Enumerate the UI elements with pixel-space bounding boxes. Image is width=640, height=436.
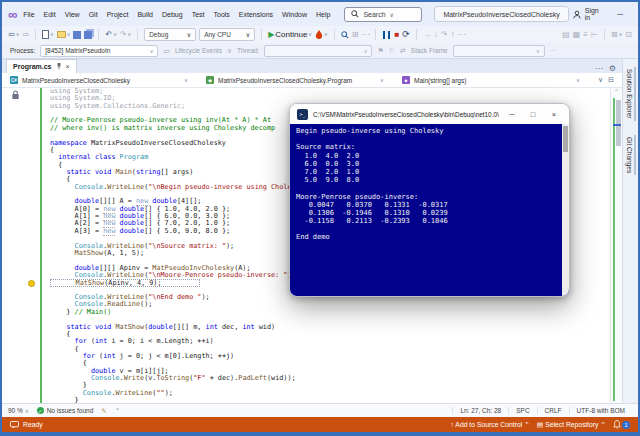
search-box[interactable]: Search ∨	[344, 7, 422, 22]
save-all-button[interactable]	[84, 31, 92, 39]
solution-name-box[interactable]: MatrixPseudoInverseClosedCholesky	[434, 6, 568, 22]
redo-button[interactable]: ↷∨	[120, 31, 131, 39]
breadcrumb-member-dropdown[interactable]: ■ Main(string[] args) ∨	[402, 76, 594, 84]
menu-build[interactable]: Build	[137, 11, 153, 18]
solution-platform-dropdown[interactable]: Any CPU∨	[199, 28, 255, 41]
add-to-source-control-button[interactable]: ↑ Add to Source Control ⌃	[450, 421, 529, 429]
tab-overflow-button[interactable]: ⋯	[595, 64, 603, 73]
menu-edit[interactable]: Edit	[44, 11, 56, 18]
quick-actions-lightbulb-icon[interactable]	[28, 280, 35, 287]
code-cleanup-pen-icon[interactable]: ✎	[101, 407, 106, 415]
console-title-bar[interactable]: >_ C:\VSM\MatrixPseudoInverseClosedChole…	[290, 104, 569, 124]
thread-dropdown[interactable]: ∨	[264, 45, 372, 57]
toggle-threads-icon[interactable]: ⇄	[400, 47, 406, 55]
step-over-button[interactable]: ↷	[441, 31, 448, 39]
breadcrumb-type-dropdown[interactable]: ◆ MatrixPseudoInverseClosedCholesky.Prog…	[206, 76, 398, 84]
code-line[interactable]: Console.WriteLine("");	[50, 390, 610, 397]
breakpoints-window-button[interactable]: ⊠∨	[611, 31, 622, 39]
code-line[interactable]: }	[50, 397, 610, 403]
debugbar-overflow-button[interactable]: ⋯	[550, 47, 557, 55]
menu-view[interactable]: View	[65, 11, 80, 18]
code-line[interactable]: Console.Write(v.ToString("F" + dec).PadL…	[50, 375, 610, 382]
menu-tools[interactable]: Tools	[213, 11, 229, 18]
split-window-icon[interactable]: ⊟	[608, 76, 614, 84]
caret-position[interactable]: Ln: 27, Ch: 28	[452, 407, 508, 414]
solution-configuration-dropdown[interactable]: Debug∨	[144, 28, 196, 41]
window-layout-button[interactable]: ⊞	[352, 31, 359, 39]
settings-gear-icon[interactable]: ⚙	[609, 64, 616, 73]
diagnostics-button[interactable]: ⊡	[625, 31, 632, 39]
console-window[interactable]: >_ C:\VSM\MatrixPseudoInverseClosedChole…	[289, 103, 570, 297]
toolbar-overflow-button[interactable]: ⋯	[361, 31, 369, 39]
console-close-button[interactable]: ×	[546, 110, 562, 119]
code-line[interactable]: MatShow(Apinv, 4, 9);	[50, 279, 200, 286]
debug-overflow-button[interactable]: ⋯	[458, 31, 466, 39]
pin-icon[interactable]	[56, 63, 62, 70]
navigate-backward-button[interactable]: ⇦∨	[8, 31, 19, 39]
undo-button[interactable]: ↶∨	[105, 31, 116, 39]
code-line[interactable]: Console.ReadLine();	[50, 301, 610, 308]
navigate-forward-button[interactable]: ⇨	[22, 31, 29, 39]
break-all-button[interactable]	[382, 31, 391, 39]
scrollbar-thumb[interactable]	[616, 100, 621, 146]
tab-close-icon[interactable]: ×	[66, 63, 70, 70]
menu-help[interactable]: Help	[316, 11, 330, 18]
zoom-dropdown[interactable]: 90 % ∨	[8, 407, 29, 414]
indentation-mode[interactable]: SPC	[508, 407, 536, 414]
menu-project[interactable]: Project	[107, 11, 129, 18]
console-body[interactable]: Begin pseudo-inverse using Cholesky Sour…	[290, 124, 569, 296]
breadcrumb-chevron-icon[interactable]: ∨	[598, 76, 603, 84]
stop-debugging-button[interactable]: ■	[394, 31, 399, 39]
breadcrumb-project-dropdown[interactable]: C# MatrixPseudoInverseClosedCholesky ∨	[10, 76, 202, 84]
console-scrollbar[interactable]	[562, 124, 569, 296]
console-minimize-button[interactable]: ─	[504, 110, 520, 119]
tab-git-changes[interactable]: Git Changes	[625, 135, 636, 175]
tab-solution-explorer[interactable]: Solution Explorer	[625, 67, 636, 121]
code-line[interactable]: using System;	[50, 88, 610, 95]
process-dropdown[interactable]: [8452] MatrixPseudoIn∨	[40, 45, 158, 57]
save-button[interactable]	[73, 31, 81, 39]
show-next-statement-button[interactable]: →	[423, 31, 431, 39]
hot-reload-button[interactable]: ∨	[315, 30, 328, 39]
flag-icon[interactable]: ⚑	[377, 47, 383, 55]
console-scrollbar-thumb[interactable]	[563, 126, 568, 152]
new-file-button[interactable]: ∨	[42, 30, 54, 39]
open-file-button[interactable]: ∨	[57, 31, 71, 38]
call-stack-button[interactable]: ≡	[583, 31, 588, 39]
tab-program-cs[interactable]: Program.cs ×	[6, 59, 77, 73]
issues-indicator[interactable]: ✓ No issues found	[37, 407, 94, 414]
find-in-files-button[interactable]	[341, 31, 349, 39]
menu-debug[interactable]: Debug	[162, 11, 183, 18]
line-ending-mode[interactable]: CRLF	[537, 407, 569, 414]
code-line[interactable]: } // Main()	[50, 309, 610, 316]
minimize-button[interactable]: ─	[614, 10, 627, 19]
step-out-button[interactable]: ↑	[451, 31, 455, 39]
step-into-button[interactable]: ↓	[434, 31, 438, 39]
lifecycle-events-button[interactable]: Lifecycle Events	[175, 47, 222, 54]
feedback-icon[interactable]	[10, 421, 19, 429]
console-maximize-button[interactable]: □	[525, 110, 541, 119]
editor-scrollbar[interactable]: ⌃	[610, 88, 622, 403]
menu-extensions[interactable]: Extensions	[239, 11, 273, 18]
file-encoding[interactable]: UTF-8 with BOM	[569, 407, 632, 414]
code-line[interactable]: for (int j = 0; j < m[0].Length; ++j)	[50, 353, 610, 360]
scroll-up-arrow-icon[interactable]: ⌃	[611, 88, 622, 95]
select-repository-button[interactable]: ▤ Select Repository ⌃	[537, 421, 606, 429]
output-window-button[interactable]: ⊢	[591, 31, 598, 39]
immediate-window-button[interactable]: ▦	[573, 31, 581, 39]
code-line[interactable]: for (int i = 0; i < m.Length; ++i)	[50, 338, 610, 345]
maximize-button[interactable]: □	[636, 10, 640, 19]
stack-frame-dropdown[interactable]: ∨	[453, 45, 545, 57]
menu-git[interactable]: Git	[89, 11, 98, 18]
sign-in-button[interactable]: Sign in	[573, 7, 604, 21]
search-chevron-icon[interactable]: ∨	[390, 11, 394, 18]
continue-button[interactable]: ▶ Continue ∨	[268, 31, 312, 39]
menu-test[interactable]: Test	[192, 11, 205, 18]
code-cleanup-expand-icon[interactable]: ⌃	[115, 407, 120, 415]
menu-window[interactable]: Window	[282, 11, 307, 18]
code-line[interactable]: static void MatShow(double[][] m, int de…	[50, 324, 610, 331]
notifications-button[interactable]: 1	[613, 420, 630, 429]
restart-button[interactable]: ⟳	[402, 30, 410, 39]
flag-outline-icon[interactable]: ⚐	[389, 47, 395, 55]
watch-window-button[interactable]: ▤	[562, 31, 570, 39]
